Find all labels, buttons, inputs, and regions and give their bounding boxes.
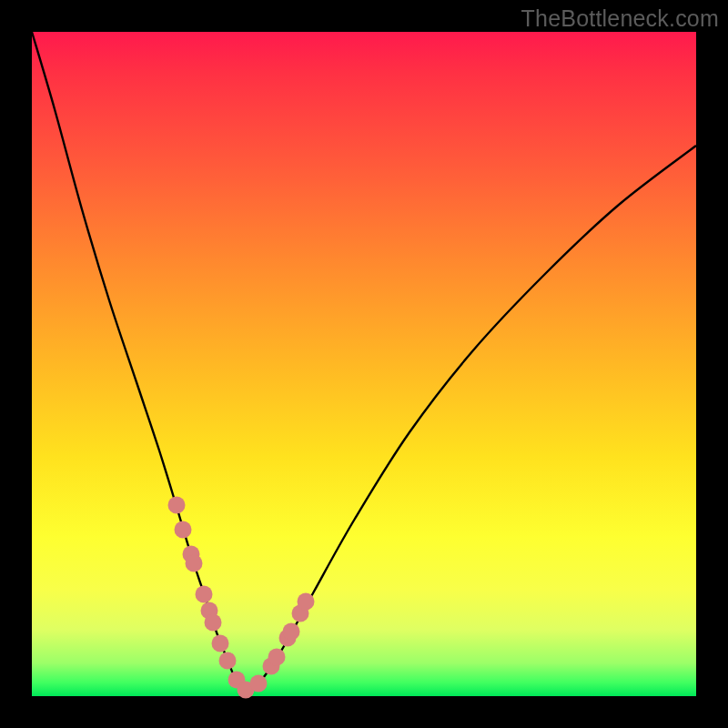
marker-dot <box>298 593 315 611</box>
bottleneck-curve <box>32 32 696 690</box>
marker-dot <box>219 652 237 670</box>
marker-dot <box>268 649 286 666</box>
outer-frame: TheBottleneck.com <box>0 0 728 728</box>
marker-dot <box>175 521 192 539</box>
marker-dot <box>168 497 186 514</box>
marker-dot <box>212 635 229 652</box>
marker-dot <box>205 614 222 632</box>
marker-dot <box>196 586 213 603</box>
marker-dot <box>283 623 300 641</box>
marker-dot <box>186 555 203 572</box>
marker-dots <box>168 497 315 699</box>
marker-dot <box>250 675 268 693</box>
curve-layer <box>0 0 728 728</box>
